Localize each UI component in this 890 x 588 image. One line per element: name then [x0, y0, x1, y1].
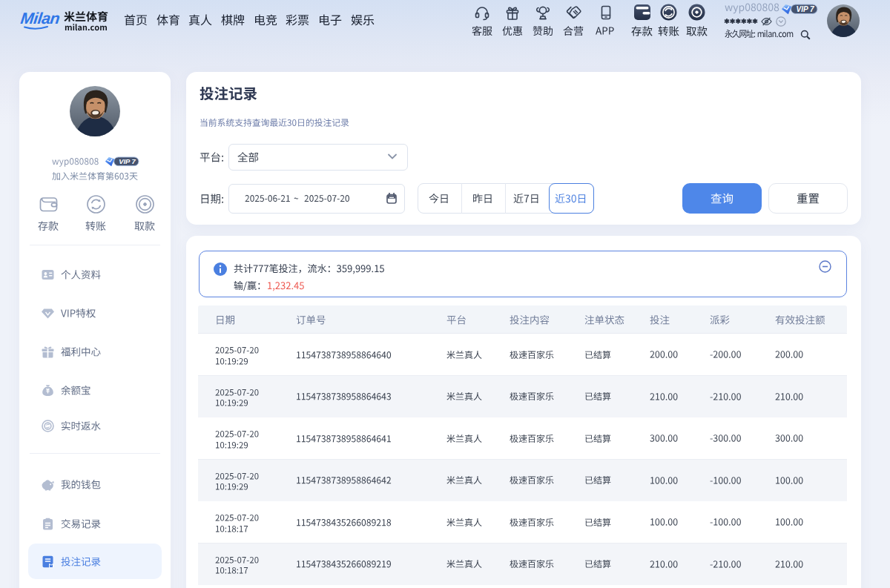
svg-text:VIP 7: VIP 7 — [119, 158, 136, 165]
svg-text:VIP 7: VIP 7 — [797, 5, 815, 13]
svg-text:Milan: Milan — [19, 9, 61, 27]
